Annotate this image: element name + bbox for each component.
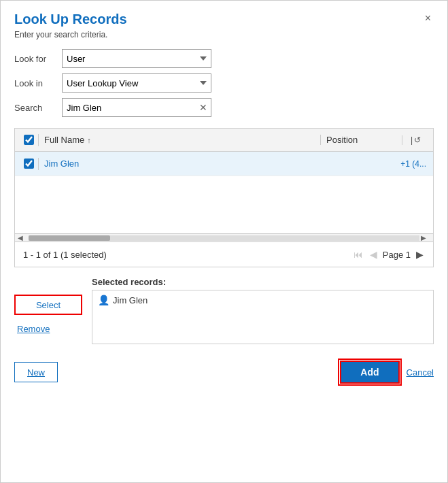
col-position-header: Position bbox=[320, 135, 402, 145]
row-checkbox[interactable] bbox=[24, 159, 34, 169]
person-icon: 👤 bbox=[98, 295, 109, 305]
selected-box: 👤 Jim Glen bbox=[92, 290, 434, 344]
horizontal-scrollbar[interactable]: ◀ ▶ bbox=[15, 233, 433, 242]
close-button[interactable]: × bbox=[422, 12, 434, 25]
look-in-row: Look in User Lookup View bbox=[14, 73, 434, 93]
page-label: Page 1 bbox=[383, 250, 411, 260]
col-fullname-header: Full Name ↑ bbox=[44, 135, 320, 145]
prev-page-button[interactable]: ◀ bbox=[368, 248, 379, 261]
table-body: Jim Glen +1 (4... bbox=[15, 152, 433, 233]
selected-section: Select Remove Selected records: 👤 Jim Gl… bbox=[14, 277, 434, 344]
header-checkbox-cell bbox=[19, 135, 38, 145]
look-in-select[interactable]: User Lookup View bbox=[62, 73, 211, 93]
pagination-row: 1 - 1 of 1 (1 selected) ⏮ ◀ Page 1 ▶ bbox=[15, 242, 433, 267]
selected-item: 👤 Jim Glen bbox=[98, 295, 428, 305]
pagination-controls: ⏮ ◀ Page 1 ▶ bbox=[352, 248, 425, 261]
pagination-info: 1 - 1 of 1 (1 selected) bbox=[23, 250, 107, 260]
look-for-row: Look for User bbox=[14, 49, 434, 68]
dialog-header: Look Up Records × bbox=[14, 12, 434, 27]
search-input-wrap: ✕ bbox=[62, 98, 211, 117]
selected-item-name: Jim Glen bbox=[113, 295, 148, 305]
next-page-button[interactable]: ▶ bbox=[415, 248, 425, 261]
lookup-dialog: Look Up Records × Enter your search crit… bbox=[0, 0, 448, 483]
column-separator-icon: | bbox=[411, 135, 413, 145]
search-input[interactable] bbox=[62, 98, 211, 117]
look-in-label: Look in bbox=[14, 78, 62, 88]
selected-label: Selected records: bbox=[92, 277, 434, 287]
scroll-right-arrow[interactable]: ▶ bbox=[421, 234, 430, 242]
footer-row: New Add Cancel bbox=[14, 355, 434, 384]
dialog-subtitle: Enter your search criteria. bbox=[14, 30, 434, 39]
sort-arrow-icon[interactable]: ↑ bbox=[87, 136, 91, 144]
col-refresh-header: | ↺ bbox=[402, 135, 429, 145]
row-extra: +1 (4... bbox=[400, 159, 429, 169]
refresh-icon[interactable]: ↺ bbox=[414, 135, 421, 145]
select-button[interactable]: Select bbox=[14, 295, 82, 315]
search-label: Search bbox=[14, 103, 62, 113]
scroll-thumb[interactable] bbox=[29, 235, 110, 241]
look-for-select[interactable]: User bbox=[62, 49, 211, 68]
selected-actions: Select Remove bbox=[14, 277, 82, 344]
row-fullname[interactable]: Jim Glen bbox=[44, 159, 400, 169]
search-row: Search ✕ bbox=[14, 98, 434, 117]
scroll-left-arrow[interactable]: ◀ bbox=[18, 234, 27, 242]
row-checkbox-cell bbox=[19, 159, 38, 169]
table-header: Full Name ↑ Position | ↺ bbox=[15, 129, 433, 152]
header-divider bbox=[38, 134, 39, 146]
look-for-label: Look for bbox=[14, 54, 62, 64]
cancel-button[interactable]: Cancel bbox=[407, 361, 434, 384]
dialog-title: Look Up Records bbox=[14, 12, 127, 27]
add-button[interactable]: Add bbox=[340, 361, 399, 384]
row-divider bbox=[38, 158, 39, 170]
clear-search-button[interactable]: ✕ bbox=[198, 103, 209, 112]
first-page-button[interactable]: ⏮ bbox=[352, 248, 364, 261]
results-table: Full Name ↑ Position | ↺ Jim Glen +1 (4.… bbox=[14, 128, 434, 267]
new-button[interactable]: New bbox=[14, 362, 58, 382]
selected-records-area: Selected records: 👤 Jim Glen bbox=[92, 277, 434, 344]
remove-button[interactable]: Remove bbox=[14, 319, 82, 338]
select-all-checkbox[interactable] bbox=[24, 135, 34, 145]
table-row: Jim Glen +1 (4... bbox=[15, 152, 433, 176]
scroll-track[interactable] bbox=[29, 235, 419, 241]
